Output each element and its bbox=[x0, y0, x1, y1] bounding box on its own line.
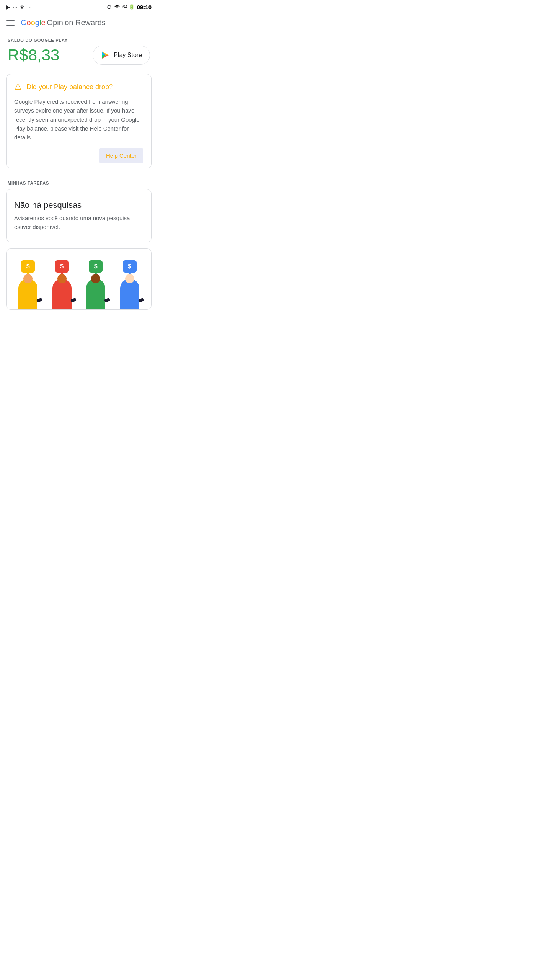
no-surveys-card: Não há pesquisas Avisaremos você quando … bbox=[6, 189, 152, 242]
play-store-label: Play Store bbox=[114, 52, 142, 59]
no-surveys-title: Não há pesquisas bbox=[14, 200, 143, 210]
link2-icon: ∞ bbox=[28, 4, 31, 10]
person-blue: $ bbox=[120, 260, 139, 309]
wifi-icon bbox=[114, 4, 120, 10]
app-title: Google Opinion Rewards bbox=[21, 18, 106, 27]
status-bar: ▶ ∞ ♛ ∞ ⊖ 64 🔋 09:10 bbox=[0, 0, 158, 14]
youtube-icon: ▶ bbox=[6, 4, 10, 10]
dollar-bubble-blue: $ bbox=[123, 260, 137, 273]
google-logo: Google bbox=[21, 18, 46, 27]
dollar-bubble-yellow: $ bbox=[21, 260, 35, 273]
status-right-icons: ⊖ 64 🔋 09:10 bbox=[107, 3, 152, 10]
info-card-body: Google Play credits received from answer… bbox=[14, 97, 143, 142]
crown-icon: ♛ bbox=[20, 4, 24, 10]
dollar-bubble-green: $ bbox=[89, 260, 103, 273]
play-store-button[interactable]: Play Store bbox=[93, 46, 150, 65]
toolbar: Google Opinion Rewards bbox=[0, 14, 158, 32]
info-card: ⚠ Did your Play balance drop? Google Pla… bbox=[6, 74, 152, 168]
link-icon: ∞ bbox=[13, 4, 17, 10]
status-time: 09:10 bbox=[137, 4, 152, 10]
person-green: $ bbox=[86, 260, 105, 309]
play-store-icon bbox=[101, 51, 110, 60]
people-illustration: $ $ $ $ bbox=[11, 258, 147, 309]
battery-icon: 64 🔋 bbox=[122, 4, 135, 10]
status-left-icons: ▶ ∞ ♛ ∞ bbox=[6, 4, 31, 10]
info-card-title-row: ⚠ Did your Play balance drop? bbox=[14, 82, 143, 92]
balance-amount: R$8,33 bbox=[8, 46, 59, 64]
app-title-suffix: Opinion Rewards bbox=[47, 18, 106, 27]
no-surveys-subtitle: Avisaremos você quando uma nova pesquisa… bbox=[14, 214, 143, 231]
warning-icon: ⚠ bbox=[14, 82, 22, 92]
my-tasks-label: MINHAS TAREFAS bbox=[0, 173, 158, 189]
info-card-heading: Did your Play balance drop? bbox=[26, 83, 113, 91]
menu-button[interactable] bbox=[6, 20, 15, 26]
balance-row: R$8,33 bbox=[8, 46, 150, 65]
balance-section: SALDO DO GOOGLE PLAY R$8,33 bbox=[0, 32, 158, 69]
person-red: $ bbox=[52, 260, 72, 309]
dollar-bubble-red: $ bbox=[55, 260, 69, 273]
minus-icon: ⊖ bbox=[107, 3, 112, 10]
illustration-card: $ $ $ $ bbox=[6, 248, 152, 310]
help-center-button[interactable]: Help Center bbox=[99, 148, 143, 163]
balance-label: SALDO DO GOOGLE PLAY bbox=[8, 38, 150, 42]
person-yellow: $ bbox=[18, 260, 37, 309]
